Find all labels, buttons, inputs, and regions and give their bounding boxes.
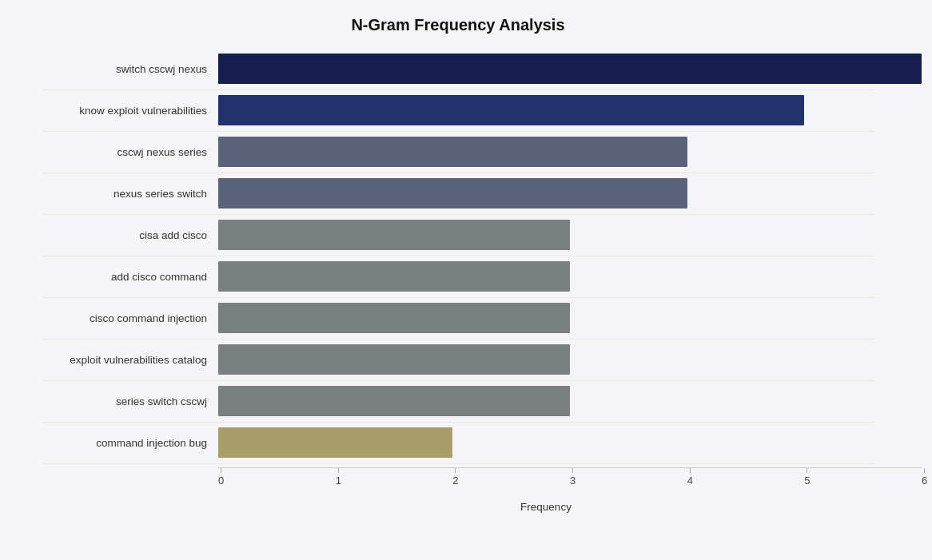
bar-fill: [218, 386, 570, 416]
bar-fill: [218, 178, 687, 209]
bar-row: know exploit vulnerabilities: [42, 90, 874, 132]
bar-label: know exploit vulnerabilities: [42, 105, 218, 117]
bar-label: cscwj nexus series: [42, 146, 218, 158]
bar-label: command injection bug: [42, 437, 218, 449]
bar-fill: [218, 427, 452, 458]
x-tick-line: [455, 468, 456, 473]
bar-row: command injection bug: [42, 423, 874, 464]
x-tick: 5: [804, 468, 810, 487]
bar-row: switch cscwj nexus: [42, 49, 874, 90]
bar-row: nexus series switch: [42, 173, 874, 215]
x-axis-label: Frequency: [218, 501, 874, 513]
bar-track: [218, 132, 874, 173]
x-tick: 1: [336, 468, 341, 487]
x-tick: 0: [218, 468, 224, 487]
chart-container: N-Gram Frequency Analysis switch cscwj n…: [26, 0, 906, 560]
x-tick-label: 0: [218, 475, 224, 487]
bar-row: cisco command injection: [42, 298, 874, 340]
bar-track: [218, 90, 874, 131]
bar-track: [218, 49, 922, 89]
bar-fill: [218, 303, 570, 333]
bar-track: [218, 381, 874, 422]
x-tick-line: [221, 468, 221, 473]
x-axis-ticks: 0123456: [218, 467, 922, 483]
bar-track: [218, 298, 874, 339]
x-tick: 4: [687, 468, 693, 487]
x-tick-label: 3: [570, 475, 576, 487]
x-tick-line: [924, 468, 925, 473]
bar-track: [218, 256, 874, 297]
chart-title: N-Gram Frequency Analysis: [42, 16, 874, 34]
bar-row: cscwj nexus series: [42, 132, 874, 173]
x-tick: 2: [452, 468, 458, 487]
bar-label: cisa add cisco: [42, 229, 218, 241]
bar-track: [218, 215, 874, 256]
bar-row: exploit vulnerabilities catalog: [42, 340, 874, 381]
bar-label: cisco command injection: [42, 312, 218, 324]
x-tick-label: 1: [336, 475, 341, 487]
x-axis-area: 0123456 Frequency: [218, 467, 874, 513]
x-tick: 6: [922, 468, 927, 487]
bar-fill: [218, 220, 570, 250]
bar-track: [218, 340, 874, 380]
x-tick-line: [807, 468, 807, 473]
bar-track: [218, 423, 874, 463]
bar-label: nexus series switch: [42, 188, 218, 200]
bar-label: series switch cscwj: [42, 395, 218, 407]
x-tick-label: 4: [687, 475, 693, 487]
x-tick-line: [572, 468, 573, 473]
bar-label: exploit vulnerabilities catalog: [42, 354, 218, 366]
bar-fill: [218, 137, 687, 167]
x-tick: 3: [570, 468, 576, 487]
bar-label: add cisco command: [42, 271, 218, 283]
bar-fill: [218, 261, 570, 292]
x-tick-label: 6: [922, 475, 927, 487]
bar-track: [218, 173, 874, 214]
bar-label: switch cscwj nexus: [42, 63, 218, 75]
x-tick-line: [338, 468, 339, 473]
x-tick-label: 2: [452, 475, 458, 487]
bar-row: add cisco command: [42, 256, 874, 298]
bar-row: cisa add cisco: [42, 215, 874, 256]
bar-fill: [218, 344, 570, 375]
bar-row: series switch cscwj: [42, 381, 874, 423]
bar-fill: [218, 54, 922, 84]
chart-area: switch cscwj nexusknow exploit vulnerabi…: [42, 49, 874, 464]
x-tick-line: [690, 468, 691, 473]
bar-fill: [218, 95, 804, 125]
x-tick-label: 5: [804, 475, 810, 487]
